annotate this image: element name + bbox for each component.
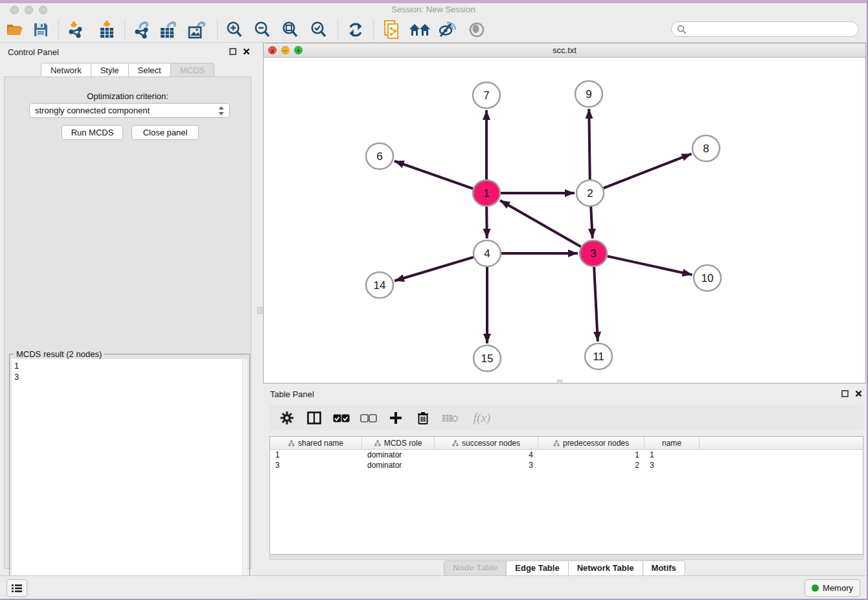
graph-node-3[interactable]: 3 bbox=[580, 240, 607, 266]
save-session-button[interactable] bbox=[30, 19, 52, 40]
table-cell[interactable]: 1 bbox=[645, 450, 700, 460]
svg-text:6: 6 bbox=[376, 150, 382, 163]
graph-edge-3-10[interactable] bbox=[608, 256, 692, 275]
tab-select[interactable]: Select bbox=[128, 63, 170, 78]
table-row[interactable]: 3dominator323 bbox=[270, 460, 863, 470]
graph-edge-3-11[interactable] bbox=[594, 267, 598, 341]
tab-motifs[interactable]: Motifs bbox=[643, 560, 685, 576]
tab-node-table[interactable]: Node Table bbox=[444, 560, 506, 576]
clone-network-button[interactable] bbox=[381, 19, 403, 40]
trash-icon bbox=[417, 411, 429, 425]
add-column-button[interactable] bbox=[387, 410, 404, 426]
column-header-predecessor-nodes[interactable]: predecessor nodes bbox=[538, 437, 645, 449]
column-header-name[interactable]: name bbox=[645, 437, 700, 449]
table-scroll-strip[interactable] bbox=[269, 555, 863, 560]
optimization-criterion-label: Optimization criterion: bbox=[5, 91, 251, 101]
graph-node-14[interactable]: 14 bbox=[366, 272, 393, 298]
tab-edge-table[interactable]: Edge Table bbox=[506, 560, 567, 576]
app-titlebar[interactable]: Session: New Session bbox=[0, 3, 867, 17]
table-cell[interactable]: 3 bbox=[435, 460, 538, 470]
search-input[interactable] bbox=[690, 24, 858, 35]
float-panel-icon[interactable] bbox=[229, 48, 236, 55]
first-neighbors-button[interactable] bbox=[409, 19, 431, 40]
table-settings-button[interactable] bbox=[279, 410, 295, 426]
import-table-button[interactable] bbox=[96, 19, 118, 40]
network-window-titlebar[interactable]: x – + scc.txt bbox=[264, 43, 865, 58]
table-cell[interactable]: 3 bbox=[270, 460, 362, 470]
float-table-panel-icon[interactable] bbox=[841, 390, 849, 397]
graph-edge-2-8[interactable] bbox=[604, 154, 692, 188]
graph-node-8[interactable]: 8 bbox=[692, 135, 720, 161]
zoom-in-button[interactable] bbox=[223, 19, 246, 40]
tab-style[interactable]: Style bbox=[91, 63, 128, 78]
graph-edge-4-14[interactable] bbox=[394, 257, 474, 281]
zoom-out-button[interactable] bbox=[251, 19, 273, 40]
select-all-button[interactable] bbox=[333, 410, 350, 426]
hide-selected-button[interactable] bbox=[437, 19, 459, 40]
graph-node-7[interactable]: 7 bbox=[473, 82, 500, 108]
graph-edge-2-3[interactable] bbox=[591, 207, 593, 238]
table-cell[interactable]: 4 bbox=[435, 450, 538, 460]
zoom-fit-button[interactable] bbox=[279, 19, 301, 40]
table-cell[interactable]: 2 bbox=[538, 460, 645, 470]
table-cell[interactable]: dominator bbox=[362, 450, 435, 460]
run-mcds-button[interactable]: Run MCDS bbox=[62, 125, 123, 140]
table-cell[interactable]: 3 bbox=[645, 460, 700, 470]
toolbar-separator bbox=[217, 20, 218, 40]
open-session-button[interactable] bbox=[4, 19, 26, 40]
task-history-button[interactable] bbox=[6, 579, 27, 597]
export-table-button[interactable] bbox=[158, 19, 180, 40]
deselect-all-button[interactable] bbox=[360, 410, 377, 426]
graph-node-10[interactable]: 10 bbox=[694, 265, 721, 291]
panel-splitter-handle[interactable] bbox=[257, 307, 262, 314]
close-table-panel-icon[interactable] bbox=[855, 390, 862, 397]
apply-layout-button[interactable] bbox=[345, 19, 367, 40]
graph-node-11[interactable]: 11 bbox=[585, 343, 612, 369]
zoom-selected-button[interactable] bbox=[308, 19, 330, 40]
close-panel-icon[interactable] bbox=[243, 48, 250, 55]
export-image-button[interactable] bbox=[187, 19, 209, 40]
graph-node-2[interactable]: 2 bbox=[577, 180, 604, 206]
control-panel-header: Control Panel bbox=[0, 43, 255, 61]
table-cell[interactable]: 1 bbox=[270, 450, 362, 460]
node-table[interactable]: shared nameMCDS rolesuccessor nodesprede… bbox=[269, 436, 863, 555]
zoom-in-icon bbox=[225, 21, 244, 39]
show-columns-button[interactable] bbox=[306, 410, 323, 426]
tab-network[interactable]: Network bbox=[41, 63, 91, 78]
graph-node-4[interactable]: 4 bbox=[474, 240, 501, 266]
column-header-MCDS-role[interactable]: MCDS role bbox=[362, 437, 435, 449]
import-network-icon bbox=[66, 21, 86, 39]
graph-node-15[interactable]: 15 bbox=[474, 345, 501, 371]
network-canvas[interactable]: 7968124314101511 bbox=[264, 58, 865, 383]
tab-mcds[interactable]: MCDS bbox=[170, 63, 214, 78]
export-network-button[interactable] bbox=[131, 19, 153, 40]
import-network-button[interactable] bbox=[65, 19, 87, 40]
function-builder-button[interactable]: f(x) bbox=[469, 410, 495, 426]
canvas-resize-handle[interactable] bbox=[557, 380, 562, 384]
memory-button[interactable]: Memory bbox=[805, 579, 860, 597]
graph-edge-1-6[interactable] bbox=[394, 161, 474, 189]
search-box[interactable] bbox=[671, 21, 859, 37]
toolbar-separator bbox=[337, 20, 338, 40]
delete-table-button[interactable] bbox=[442, 410, 459, 426]
show-all-button[interactable] bbox=[466, 19, 488, 40]
optimization-criterion-select[interactable]: strongly connected component bbox=[29, 103, 230, 118]
graph-node-6[interactable]: 6 bbox=[366, 143, 393, 169]
result-scrollbar[interactable] bbox=[242, 359, 247, 597]
graph-node-1[interactable]: 1 bbox=[473, 180, 500, 206]
graph-node-9[interactable]: 9 bbox=[575, 81, 602, 107]
graph-edge-2-9[interactable] bbox=[589, 109, 589, 179]
column-header-successor-nodes[interactable]: successor nodes bbox=[435, 437, 538, 449]
mcds-result-text[interactable]: 1 3 bbox=[12, 359, 243, 597]
delete-column-button[interactable] bbox=[415, 410, 431, 426]
table-cell[interactable]: dominator bbox=[362, 460, 435, 470]
graph-edge-1-4[interactable] bbox=[486, 207, 487, 238]
table-row[interactable]: 1dominator411 bbox=[270, 450, 863, 460]
graph-edge-3-1[interactable] bbox=[500, 200, 581, 246]
toolbar-separator bbox=[58, 20, 59, 40]
close-panel-button[interactable]: Close panel bbox=[131, 125, 199, 140]
svg-text:10: 10 bbox=[702, 272, 714, 284]
column-header-shared-name[interactable]: shared name bbox=[270, 437, 362, 449]
tab-network-table[interactable]: Network Table bbox=[568, 560, 643, 576]
table-cell[interactable]: 1 bbox=[538, 450, 645, 460]
